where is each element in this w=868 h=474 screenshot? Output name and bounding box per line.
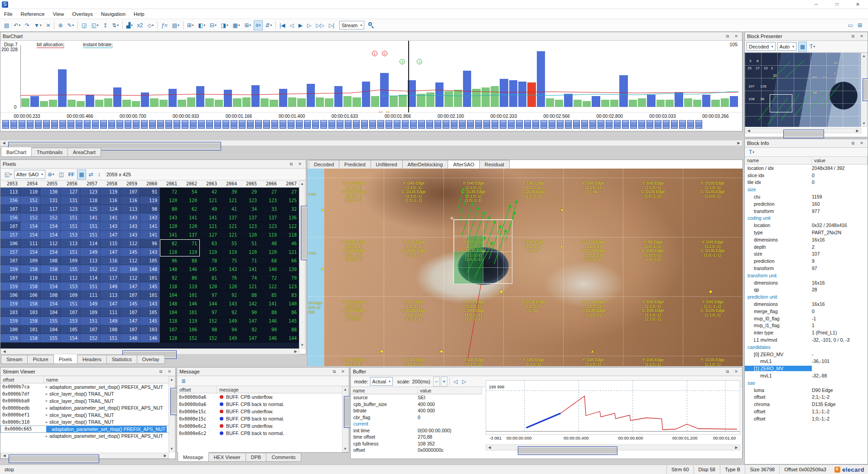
pixel-cell[interactable]: 146	[180, 300, 200, 308]
pixel-cell[interactable]: 90	[240, 308, 260, 317]
scroll-left-icon[interactable]: ◀	[1, 453, 8, 458]
grid-toggle-icon[interactable]: ▦	[77, 169, 86, 179]
nal-unit-row[interactable]: ▸adaptation_parameter_set_rbsp() PREFIX_…	[0, 433, 169, 440]
updown-icon[interactable]: ↕	[96, 169, 102, 179]
pixel-cell[interactable]: 112	[40, 239, 60, 248]
frame-thumbnail[interactable]	[288, 120, 294, 129]
pixel-cell[interactable]: 117	[100, 274, 120, 282]
pixel-cell[interactable]: 144	[280, 334, 299, 343]
pixel-cell[interactable]: 120	[180, 196, 200, 205]
pixel-cell[interactable]: 29	[240, 188, 260, 196]
pixel-cell[interactable]: 90	[260, 325, 280, 334]
pixel-cell[interactable]: 147	[240, 334, 260, 343]
frame-thumbnail[interactable]	[361, 120, 368, 129]
frame-thumbnail[interactable]	[304, 120, 311, 129]
stream-hscrollbar[interactable]: ◀ ▶	[0, 453, 169, 459]
frame-thumbnail[interactable]	[116, 120, 123, 129]
layers-icon[interactable]: ◇▾	[145, 20, 155, 30]
pixel-cell[interactable]: 123	[260, 196, 280, 205]
buffer-row[interactable]: bitrate400 000	[351, 407, 482, 414]
block-info-row[interactable]: transform97	[745, 265, 868, 272]
float-panel-icon[interactable]: ⧉	[849, 33, 857, 39]
pixel-cell[interactable]: 148	[160, 300, 180, 308]
video-tab-residual[interactable]: Residual	[479, 160, 510, 169]
block-info-row[interactable]: depth2	[745, 243, 868, 251]
pixel-cell[interactable]: 120	[160, 222, 180, 231]
pixel-cell[interactable]: 108	[100, 325, 120, 334]
block-info-row[interactable]: transform unit	[745, 272, 868, 279]
pixel-cell[interactable]: 106	[180, 325, 200, 334]
frame-thumbnail[interactable]	[125, 120, 131, 129]
frame-thumbnail[interactable]	[377, 120, 384, 129]
buffer-hscrollbar[interactable]: ◀ ▶	[486, 445, 740, 450]
pixel-cell[interactable]: 144	[200, 300, 220, 308]
expand-icon[interactable]: ▸	[44, 399, 49, 403]
pixel-cell[interactable]: 159	[0, 334, 20, 343]
float-panel-icon[interactable]: ⧉	[724, 368, 731, 375]
thumbnail-strip[interactable]	[0, 119, 742, 131]
scroll-up-icon[interactable]: ▲	[343, 387, 347, 392]
pixel-cell[interactable]: 152	[200, 317, 220, 325]
feedback-icon[interactable]: ▭	[846, 20, 855, 30]
frame-thumbnail[interactable]	[434, 120, 441, 129]
pixel-cell[interactable]: 113	[120, 205, 140, 213]
pixel-cell[interactable]: 155	[40, 334, 60, 343]
pixel-cell[interactable]: 123	[240, 222, 260, 231]
column-name[interactable]: name	[351, 387, 418, 394]
scroll-thumb[interactable]	[170, 388, 177, 415]
pixel-cell[interactable]: 116	[100, 196, 120, 205]
frame-thumbnail[interactable]	[84, 120, 91, 129]
buffer-row[interactable]: sourceSEI	[351, 394, 482, 401]
pixel-cell[interactable]: 111	[80, 291, 100, 300]
message-tab-hex-viewer[interactable]: HEX Viewer	[208, 453, 246, 462]
frame-thumbnail[interactable]	[549, 120, 555, 129]
pixel-cell[interactable]: 158	[20, 317, 40, 325]
pixel-cell[interactable]: 118	[160, 334, 180, 343]
pixel-cell[interactable]: 121	[220, 196, 240, 205]
pixel-cell[interactable]: 158	[20, 265, 40, 274]
block-info-row[interactable]: slice idx0	[745, 172, 868, 179]
pixel-cell[interactable]: 80	[160, 205, 180, 213]
pixel-cell[interactable]: 148	[120, 334, 140, 343]
pixel-cell[interactable]: 120	[260, 248, 280, 256]
pixel-cell[interactable]: 140	[260, 265, 280, 274]
block-info-row[interactable]: lumaD90 Edge	[745, 387, 868, 394]
pixel-cell[interactable]: 145	[120, 248, 140, 256]
pixel-cell[interactable]: 151	[100, 334, 120, 343]
block-info-row[interactable]: offset1;1;-1;-2	[745, 408, 868, 415]
pixel-cell[interactable]: 33	[260, 205, 280, 213]
pixel-cell[interactable]: 158	[40, 265, 60, 274]
frame-thumbnail[interactable]	[622, 120, 629, 129]
block-info-row[interactable]: mvL1-36,-101	[745, 358, 868, 365]
scroll-down-icon[interactable]: ▼	[300, 342, 304, 348]
frame-thumbnail[interactable]	[386, 120, 392, 129]
scroll-up-icon[interactable]: ▲	[170, 377, 174, 382]
search-icon[interactable]	[365, 20, 376, 30]
frame-thumbnail[interactable]	[133, 120, 140, 129]
decoded-frame-view[interactable]: Y: D45 Edge(1:1;0;-1)C: D135 Edge(2:1;0;…	[308, 169, 743, 366]
grid-b-icon[interactable]: ◧▾	[196, 20, 207, 30]
pixel-cell[interactable]: 107	[160, 325, 180, 334]
frame-thumbnail[interactable]	[214, 120, 221, 129]
pixel-cell[interactable]: 141	[180, 213, 200, 222]
frame-thumbnail[interactable]	[320, 120, 327, 129]
block-info-row[interactable]: prediction9	[745, 257, 868, 265]
scroll-thumb[interactable]	[783, 130, 824, 138]
frame-thumbnail[interactable]	[369, 120, 376, 129]
pixel-cell[interactable]: 114	[80, 274, 100, 282]
expand-icon[interactable]: ▸	[44, 406, 49, 410]
pixel-cell[interactable]: 41	[220, 205, 240, 213]
plane-select[interactable]: After SAO▾	[14, 170, 45, 179]
nal-unit-row[interactable]: 0x0000c310▸slice_layer_rbsp() TRAIL_NUT	[0, 419, 169, 426]
frame-thumbnail[interactable]	[524, 120, 531, 129]
mode-select[interactable]: Actual▾	[370, 377, 393, 386]
pixel-cell[interactable]: 154	[40, 222, 60, 231]
pixel-cell[interactable]: 113	[20, 205, 40, 213]
scroll-thumb[interactable]	[9, 455, 99, 463]
block-info-row[interactable]: location / idx2048x384 / 392	[745, 164, 868, 172]
export-icon[interactable]: ◱▾	[89, 20, 100, 30]
block-info-row[interactable]: prediction160	[745, 200, 868, 208]
pixel-cell[interactable]: 88	[180, 256, 200, 265]
pixel-cell[interactable]: 151	[80, 317, 100, 325]
frame-thumbnail[interactable]	[598, 120, 604, 129]
